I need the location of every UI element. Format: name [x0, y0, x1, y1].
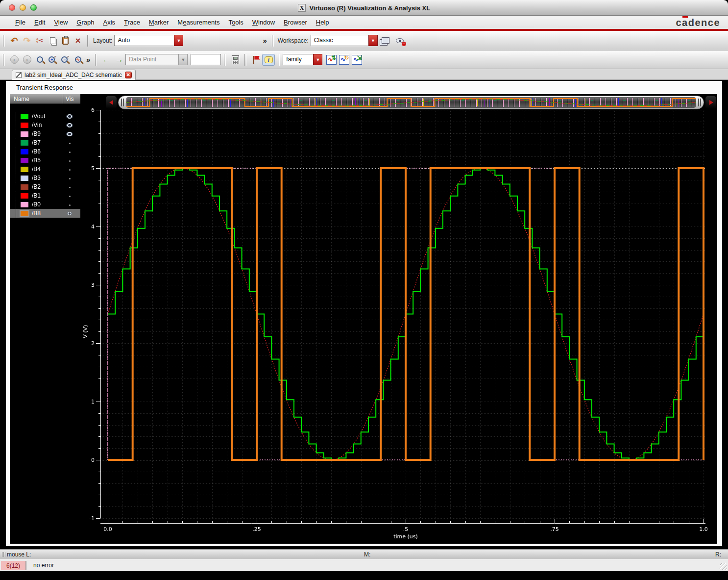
cadence-logo: cadence [676, 17, 720, 28]
visibility-eye-icon[interactable] [65, 123, 74, 127]
mouse-left-hint: mouse L: [7, 551, 31, 558]
signal-color-swatch[interactable] [21, 114, 28, 119]
vis-column-header: Vis [66, 96, 73, 102]
scroll-right-button[interactable] [705, 96, 716, 109]
toolbar-overflow-button[interactable]: » [261, 36, 268, 45]
delete-button[interactable]: × [72, 34, 84, 47]
signal-row-vout[interactable]: /Vout [10, 112, 80, 121]
hide-toolbar-button[interactable] [393, 34, 406, 47]
toolbar-grip [224, 54, 226, 66]
signal-color-swatch[interactable] [21, 202, 28, 207]
datapoint-dropdown[interactable]: Data Point ▼ [125, 54, 188, 65]
save-workspace-button[interactable] [381, 34, 393, 47]
column-divider[interactable] [63, 94, 63, 103]
visibility-eye-icon[interactable] [65, 132, 74, 136]
signal-row-b3[interactable]: /B3 [10, 174, 80, 182]
thumb-left-grip[interactable] [121, 99, 124, 106]
signal-row-b0[interactable]: /B0 [10, 200, 80, 209]
menu-window[interactable]: Window [248, 19, 279, 26]
tab-lab2-schematic[interactable]: lab2 sim_Ideal_ADC_DAC schematic ✕ [12, 70, 136, 80]
signal-row-b5[interactable]: /B5 [10, 156, 80, 165]
label-info-button[interactable]: i [262, 54, 275, 66]
menu-measurements[interactable]: Measurements [173, 19, 224, 26]
signal-color-swatch[interactable] [21, 167, 28, 172]
menu-view[interactable]: View [49, 19, 72, 26]
waveform-plot[interactable] [10, 94, 717, 544]
signal-color-swatch[interactable] [21, 211, 28, 216]
signal-color-swatch[interactable] [21, 131, 28, 137]
visibility-eye-icon[interactable] [65, 114, 74, 119]
signal-row-b6[interactable]: /B6 [10, 147, 80, 156]
tab-bar: lab2 sim_Ideal_ADC_DAC schematic ✕ [0, 69, 728, 80]
next-view-button[interactable]: › [21, 53, 33, 66]
signal-name: /B5 [32, 157, 41, 164]
signal-row-b1[interactable]: /B1 [10, 191, 80, 200]
signal-color-swatch[interactable] [21, 184, 28, 190]
status-bar: mouse L: M: R: [0, 549, 728, 559]
signal-color-swatch[interactable] [21, 193, 28, 199]
signal-color-swatch[interactable] [21, 123, 28, 128]
signal-row-b9[interactable]: /B9 [10, 129, 80, 138]
copy-button[interactable] [46, 34, 59, 47]
flag-button[interactable] [249, 53, 262, 66]
signal-row-b4[interactable]: /B4 [10, 165, 80, 174]
toolbar-grip [87, 35, 89, 47]
zoom-in-button[interactable]: +2 [46, 53, 59, 66]
visibility-dot-icon[interactable] [65, 177, 74, 179]
menu-help[interactable]: Help [312, 19, 334, 26]
scroll-left-button[interactable] [106, 96, 117, 109]
menu-browser[interactable]: Browser [279, 19, 312, 26]
swap-sweep-icon: ∿⇅ [326, 55, 337, 65]
visibility-dot-icon[interactable] [65, 185, 74, 188]
visibility-dot-icon[interactable] [65, 141, 74, 144]
zoom-out-button[interactable]: −2 [59, 53, 72, 66]
previous-point-button[interactable]: ← [100, 53, 113, 66]
layout-dropdown[interactable]: Auto ▼ [114, 35, 183, 46]
zoom-fit-button[interactable] [33, 53, 46, 66]
point-value-field[interactable] [191, 54, 221, 65]
next-point-button[interactable]: → [113, 53, 125, 66]
signal-row-vin[interactable]: /Vin [10, 121, 80, 129]
signal-row-b8[interactable]: /B8 [10, 209, 80, 218]
previous-view-button[interactable]: ‹ [8, 53, 21, 66]
visibility-eye-icon[interactable] [65, 211, 74, 216]
workspace-dropdown[interactable]: Classic ▼ [311, 35, 378, 46]
close-tab-button[interactable]: ✕ [125, 72, 132, 78]
menu-marker[interactable]: Marker [145, 19, 173, 26]
scrollbar-thumb[interactable] [118, 96, 704, 109]
family-dropdown[interactable]: family ▼ [283, 54, 322, 65]
undo-button[interactable]: ↶ [8, 34, 21, 47]
signal-row-b7[interactable]: /B7 [10, 138, 80, 147]
toolbar-overflow-button[interactable]: » [84, 55, 92, 64]
menu-edit[interactable]: Edit [30, 19, 49, 26]
mouse-middle-hint: M: [364, 551, 370, 558]
waveform-overview[interactable] [126, 97, 696, 108]
thumb-right-grip[interactable] [698, 99, 701, 106]
refresh-icon: ∿↻ [339, 55, 349, 65]
visibility-dot-icon[interactable] [65, 150, 74, 153]
swap-sweep-button[interactable]: ∿⇅ [326, 53, 339, 66]
visibility-dot-icon[interactable] [65, 159, 74, 162]
redo-button[interactable]: ↷ [21, 34, 33, 47]
resize-grip[interactable] [720, 563, 727, 570]
menu-tools[interactable]: Tools [224, 19, 247, 26]
visibility-dot-icon[interactable] [65, 194, 74, 197]
signal-row-b2[interactable]: /B2 [10, 182, 80, 191]
signal-color-swatch[interactable] [21, 176, 28, 181]
fit-traces-button[interactable]: ∿⇲ [352, 53, 364, 66]
zoom-waveform-button[interactable]: ∿ [72, 53, 84, 66]
menu-trace[interactable]: Trace [120, 19, 145, 26]
menu-axis[interactable]: Axis [99, 19, 120, 26]
menu-graph[interactable]: Graph [72, 19, 98, 26]
menu-file[interactable]: File [11, 19, 30, 26]
refresh-plot-button[interactable]: ∿↻ [339, 53, 352, 66]
signal-color-swatch[interactable] [21, 149, 28, 154]
visibility-dot-icon[interactable] [65, 203, 74, 206]
paste-button[interactable] [59, 34, 72, 47]
signal-color-swatch[interactable] [21, 158, 28, 163]
signal-color-swatch[interactable] [21, 140, 28, 146]
visibility-dot-icon[interactable] [65, 168, 74, 171]
signal-name: /B0 [32, 201, 41, 208]
cut-button[interactable]: ✂ [33, 34, 46, 47]
calculator-button[interactable] [229, 53, 242, 66]
